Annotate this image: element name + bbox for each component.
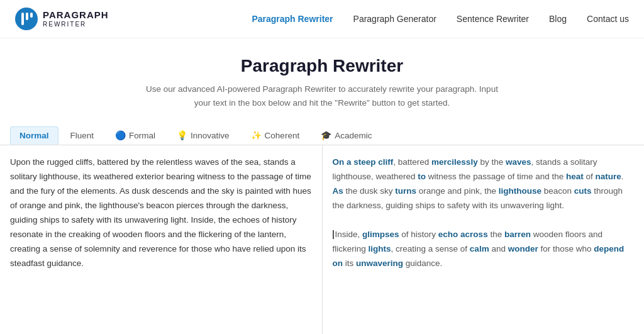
nav-sentence-rewriter[interactable]: Sentence Rewriter: [457, 14, 529, 24]
tab-normal-label: Normal: [19, 131, 49, 140]
nav-contact[interactable]: Contact us: [587, 14, 629, 24]
hl-heat: heat: [566, 172, 584, 181]
tab-innovative[interactable]: 💡 Innovative: [167, 126, 239, 145]
cursor: [333, 230, 334, 239]
hl-turns: turns: [395, 186, 416, 196]
logo-subtitle: REWRITER: [43, 21, 109, 28]
hl-glimpses: glimpses: [362, 230, 399, 239]
hl-barren: barren: [504, 230, 531, 239]
formal-icon: 🔵: [115, 130, 126, 140]
header: PARAGRAPH REWRITER Paragraph Rewriter Pa…: [0, 0, 644, 38]
innovative-icon: 💡: [177, 130, 187, 140]
hl-cuts: cuts: [574, 186, 592, 196]
output-paragraph-2: Inside, glimpses of history echo across …: [333, 228, 635, 271]
hl-wonder: wonder: [508, 244, 538, 253]
hl-nature: nature: [596, 172, 621, 181]
nav-paragraph-rewriter[interactable]: Paragraph Rewriter: [252, 14, 333, 24]
page-title: Paragraph Rewriter: [10, 56, 634, 76]
input-text: Upon the rugged cliffs, battered by the …: [10, 157, 311, 268]
tab-formal[interactable]: 🔵 Formal: [106, 126, 165, 145]
tab-coherent[interactable]: ✨ Coherent: [242, 126, 309, 145]
hero-section: Paragraph Rewriter Use our advanced AI-p…: [0, 38, 644, 120]
main-nav: Paragraph Rewriter Paragraph Generator S…: [252, 14, 629, 24]
tab-formal-label: Formal: [129, 131, 155, 140]
content-area: Upon the rugged cliffs, battered by the …: [0, 145, 644, 334]
logo-title: PARAGRAPH: [43, 10, 109, 21]
mode-tabs: Normal Fluent 🔵 Formal 💡 Innovative ✨ Co…: [0, 120, 644, 145]
nav-paragraph-generator[interactable]: Paragraph Generator: [353, 14, 436, 24]
hero-subtitle: Use our advanced AI-powered Paragraph Re…: [140, 82, 504, 109]
output-pane: On a steep cliff, battered mercilessly b…: [323, 145, 645, 334]
tab-academic-label: Academic: [335, 131, 372, 140]
coherent-icon: ✨: [251, 130, 262, 140]
input-pane[interactable]: Upon the rugged cliffs, battered by the …: [0, 145, 323, 334]
academic-icon: 🎓: [321, 130, 331, 140]
tab-coherent-label: Coherent: [265, 131, 300, 140]
hl-lights: lights: [369, 244, 391, 253]
hl-waves: waves: [506, 157, 531, 167]
svg-rect-3: [30, 13, 33, 18]
hl-echo-across: echo across: [438, 230, 488, 239]
hl-lighthouse: lighthouse: [499, 186, 541, 196]
hl-as: As: [333, 186, 343, 196]
tab-fluent[interactable]: Fluent: [61, 126, 104, 145]
output-paragraph-1: On a steep cliff, battered mercilessly b…: [333, 155, 635, 213]
hl-to: to: [418, 172, 426, 181]
tab-normal[interactable]: Normal: [10, 126, 58, 145]
logo-text: PARAGRAPH REWRITER: [43, 10, 109, 28]
tab-fluent-label: Fluent: [70, 131, 94, 140]
hl-mercilessly: mercilessly: [431, 157, 478, 167]
svg-rect-1: [21, 13, 24, 25]
nav-blog[interactable]: Blog: [549, 14, 567, 24]
svg-rect-2: [26, 13, 28, 20]
hl-steep-cliff: On a steep cliff: [333, 157, 394, 167]
logo-icon: [15, 8, 38, 30]
tab-academic[interactable]: 🎓 Academic: [311, 126, 381, 145]
tab-innovative-label: Innovative: [191, 131, 230, 140]
hl-unwavering: unwavering: [356, 259, 403, 268]
logo: PARAGRAPH REWRITER: [15, 8, 109, 30]
hl-calm: calm: [470, 244, 489, 253]
